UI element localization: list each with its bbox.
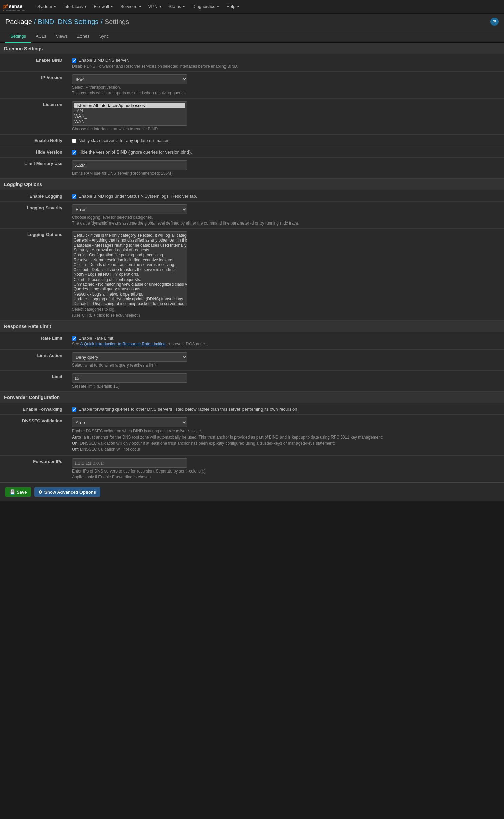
save-label: Save: [17, 489, 27, 495]
dnssec-help: Enable DNSSEC validation when BIND is ac…: [72, 428, 500, 452]
nav-vpn[interactable]: VPN ▼: [145, 0, 165, 14]
enable-forwarding-checkbox[interactable]: [72, 407, 76, 412]
rate-limit-link[interactable]: A Quick Introduction to Response Rate Li…: [80, 342, 165, 346]
nav-services[interactable]: Services ▼: [117, 0, 145, 14]
enable-notify-checkbox-label: Notify slave server after any update on …: [78, 138, 170, 143]
rate-limit-row: Rate Limit Enable Rate Limit. See A Quic…: [0, 332, 504, 350]
nav-firewall[interactable]: Firewall ▼: [90, 0, 117, 14]
brand-logo: pf sense COMMUNITY EDITION: [3, 2, 30, 12]
nav-vpn-caret: ▼: [159, 5, 162, 8]
save-button[interactable]: 💾 Save: [5, 487, 31, 497]
dnssec-validation-value: Auto On Off Enable DNSSEC validation whe…: [68, 415, 504, 456]
hide-version-checkbox[interactable]: [72, 150, 76, 155]
enable-notify-value: Notify slave server after any update on …: [68, 135, 504, 146]
breadcrumb-sep2: /: [101, 18, 103, 26]
footer-buttons: 💾 Save ⚙ Show Advanced Options: [0, 482, 504, 501]
rate-limit-checkbox[interactable]: [72, 336, 76, 341]
nav-diagnostics[interactable]: Diagnostics ▼: [189, 0, 223, 14]
rate-limit-header: Response Rate Limit: [0, 321, 504, 332]
listen-on-row: Listen on Listen on All interfaces/ip ad…: [0, 99, 504, 135]
limit-input[interactable]: [72, 373, 187, 383]
forwarder-header: Forwarder Configuration: [0, 392, 504, 403]
dnssec-validation-select[interactable]: Auto On Off: [72, 417, 187, 427]
logging-severity-label: Logging Severity: [0, 202, 68, 229]
logging-options-header: Logging Options: [0, 179, 504, 190]
limit-help: Set rate limit. (Default: 15): [72, 384, 500, 389]
forwarder-ips-input[interactable]: [72, 458, 187, 468]
logging-severity-help1: Choose logging level for selected catego…: [72, 215, 500, 220]
enable-logging-value: Enable BIND logs under Status > System l…: [68, 190, 504, 202]
svg-text:COMMUNITY EDITION: COMMUNITY EDITION: [3, 8, 25, 11]
enable-notify-checkbox[interactable]: [72, 139, 76, 143]
listen-on-value: Listen on All interfaces/ip addresses LA…: [68, 99, 504, 135]
listen-on-help: Choose the interfaces on which to enable…: [72, 127, 500, 131]
nav-interfaces[interactable]: Interfaces ▼: [60, 0, 90, 14]
forwarder-ips-row: Forwarder IPs Enter IPs of DNS servers t…: [0, 456, 504, 482]
show-advanced-button[interactable]: ⚙ Show Advanced Options: [34, 487, 100, 497]
limit-label: Limit: [0, 371, 68, 392]
daemon-settings-table: Enable BIND Enable BIND DNS server. Disa…: [0, 54, 504, 179]
hide-version-row: Hide Version Hide the version of BIND (i…: [0, 146, 504, 158]
enable-notify-row: Enable Notify Notify slave server after …: [0, 135, 504, 146]
limit-action-help: Select what to do when a query reaches a…: [72, 363, 500, 368]
advanced-label: Show Advanced Options: [44, 489, 96, 495]
tabs-bar: Settings ACLs Views Zones Sync: [0, 30, 504, 43]
nav-diagnostics-caret: ▼: [216, 5, 219, 8]
hide-version-value: Hide the version of BIND (ignore queries…: [68, 146, 504, 158]
logging-severity-select[interactable]: Error Warning Notice Info Debug: [72, 204, 187, 214]
enable-forwarding-label: Enable Forwarding: [0, 403, 68, 415]
limit-action-select[interactable]: Deny query Drop query Slip: [72, 352, 187, 362]
hide-version-checkbox-label: Hide the version of BIND (ignore queries…: [78, 149, 192, 155]
limit-value: Set rate limit. (Default: 15): [68, 371, 504, 392]
nav-status[interactable]: Status ▼: [165, 0, 189, 14]
dnssec-help-on: On: DNSSEC validation will only occur if…: [72, 441, 335, 446]
enable-forwarding-value: Enable forwarding queries to other DNS s…: [68, 403, 504, 415]
limit-action-row: Limit Action Deny query Drop query Slip …: [0, 350, 504, 371]
logging-options-help1: Select categories to log.: [72, 307, 500, 312]
limit-memory-row: Limit Memory Use Limits RAM use for DNS …: [0, 158, 504, 179]
hide-version-label: Hide Version: [0, 146, 68, 158]
limit-action-label: Limit Action: [0, 350, 68, 371]
limit-row: Limit Set rate limit. (Default: 15): [0, 371, 504, 392]
forwarder-table: Enable Forwarding Enable forwarding quer…: [0, 403, 504, 482]
enable-logging-checkbox[interactable]: [72, 194, 76, 199]
logging-options-select[interactable]: Default - If this is the only category s…: [72, 231, 187, 306]
tab-zones[interactable]: Zones: [72, 30, 94, 43]
dnssec-help-auto: Auto: a trust anchor for the DNS root zo…: [72, 435, 383, 440]
limit-memory-value: Limits RAM use for DNS server (Recommend…: [68, 158, 504, 179]
ip-version-value: IPv4 IPv6 Both Select IP transport versi…: [68, 72, 504, 99]
enable-forwarding-checkbox-label: Enable forwarding queries to other DNS s…: [78, 407, 299, 412]
save-icon: 💾: [10, 489, 15, 495]
logging-options-row: Logging Options Default - If this is the…: [0, 229, 504, 321]
limit-memory-input[interactable]: [72, 160, 187, 170]
tab-acls[interactable]: ACLs: [31, 30, 51, 43]
nav-system-caret: ▼: [53, 5, 56, 8]
dnssec-validation-label: DNSSEC Validation: [0, 415, 68, 456]
nav-system[interactable]: System ▼: [34, 0, 60, 14]
tab-sync[interactable]: Sync: [94, 30, 113, 43]
ip-version-select[interactable]: IPv4 IPv6 Both: [72, 74, 187, 84]
enable-bind-checkbox-label: Enable BIND DNS server.: [78, 58, 129, 63]
nav-help[interactable]: Help ▼: [223, 0, 243, 14]
forwarder-ips-label: Forwarder IPs: [0, 456, 68, 482]
help-button[interactable]: ?: [490, 18, 499, 26]
breadcrumb-bind-settings[interactable]: BIND: DNS Settings: [38, 18, 98, 26]
tab-settings[interactable]: Settings: [5, 30, 31, 43]
breadcrumb: Package / BIND: DNS Settings / Settings …: [0, 14, 504, 30]
rate-limit-checkbox-label: Enable Rate Limit.: [78, 336, 114, 341]
rate-limit-value: Enable Rate Limit. See A Quick Introduct…: [68, 332, 504, 350]
rate-limit-table: Rate Limit Enable Rate Limit. See A Quic…: [0, 332, 504, 392]
logging-settings-table: Enable Logging Enable BIND logs under St…: [0, 190, 504, 321]
enable-bind-checkbox[interactable]: [72, 58, 76, 63]
rate-limit-label: Rate Limit: [0, 332, 68, 350]
limit-action-value: Deny query Drop query Slip Select what t…: [68, 350, 504, 371]
listen-on-select[interactable]: Listen on All interfaces/ip addresses LA…: [72, 101, 187, 126]
forwarder-ips-help2: Applies only if Enable Forwarding is cho…: [72, 475, 500, 479]
logging-severity-help2: The value 'dynamic' means assume the glo…: [72, 221, 500, 226]
dnssec-validation-row: DNSSEC Validation Auto On Off Enable DNS…: [0, 415, 504, 456]
navbar: pf sense COMMUNITY EDITION System ▼ Inte…: [0, 0, 504, 14]
tab-views[interactable]: Views: [51, 30, 72, 43]
ip-version-row: IP Version IPv4 IPv6 Both Select IP tran…: [0, 72, 504, 99]
logging-severity-value: Error Warning Notice Info Debug Choose l…: [68, 202, 504, 229]
breadcrumb-current: Settings: [105, 18, 129, 26]
